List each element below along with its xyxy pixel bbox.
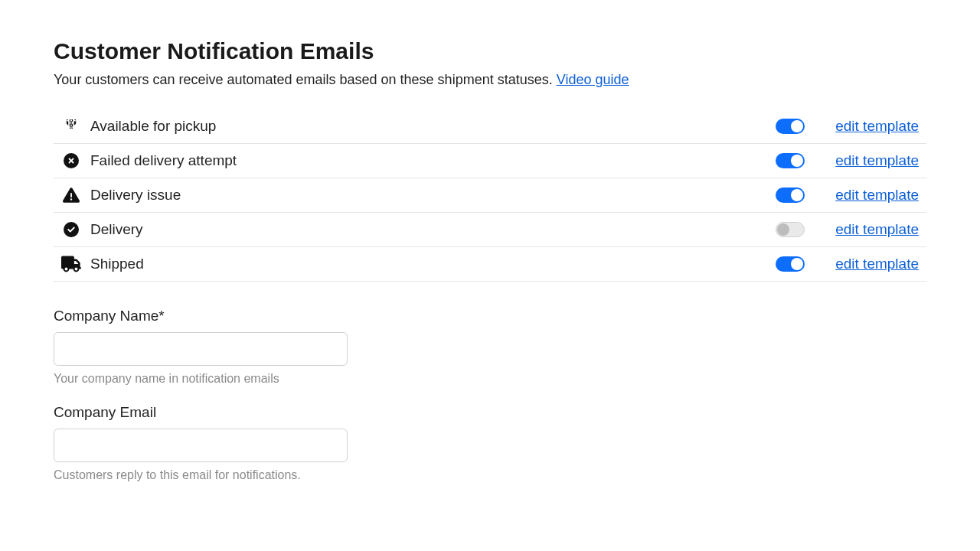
row-delivery-issue: Delivery issue edit template (54, 178, 926, 212)
company-email-help: Customers reply to this email for notifi… (54, 468, 348, 482)
circle-check-icon (61, 220, 81, 240)
page-subtitle: Your customers can receive automated ema… (54, 72, 926, 88)
circle-x-icon (61, 151, 81, 171)
toggle-delivery[interactable] (776, 222, 805, 237)
edit-template-link[interactable]: edit template (835, 118, 919, 135)
triangle-exclamation-icon (61, 185, 81, 205)
row-label: Failed delivery attempt (90, 152, 776, 169)
row-delivery: Delivery edit template (54, 212, 926, 246)
company-email-input[interactable] (54, 429, 348, 462)
toggle-delivery-issue[interactable] (776, 187, 805, 203)
notification-rows: Available for pickup edit template Faile… (54, 109, 926, 282)
row-label: Shipped (90, 256, 776, 272)
row-label: Available for pickup (90, 118, 776, 135)
row-label: Delivery issue (90, 187, 776, 204)
company-name-input[interactable] (54, 332, 348, 366)
toggle-available-for-pickup[interactable] (776, 119, 805, 134)
truck-icon (61, 254, 81, 274)
company-name-help: Your company name in notification emails (54, 372, 348, 386)
company-email-field-group: Company Email Customers reply to this em… (54, 404, 348, 482)
hands-icon (61, 116, 81, 136)
video-guide-link[interactable]: Video guide (557, 72, 629, 87)
company-name-field-group: Company Name* Your company name in notif… (54, 308, 348, 386)
notification-emails-page: Customer Notification Emails Your custom… (0, 0, 980, 531)
edit-template-link[interactable]: edit template (835, 152, 919, 169)
toggle-failed-delivery-attempt[interactable] (776, 153, 805, 168)
company-name-label: Company Name* (54, 308, 348, 324)
edit-template-link[interactable]: edit template (835, 187, 919, 204)
edit-template-link[interactable]: edit template (835, 256, 919, 272)
toggle-shipped[interactable] (776, 256, 805, 272)
row-label: Delivery (90, 221, 776, 238)
row-failed-delivery-attempt: Failed delivery attempt edit template (54, 143, 926, 178)
page-title: Customer Notification Emails (54, 38, 926, 64)
row-available-for-pickup: Available for pickup edit template (54, 109, 926, 143)
subtitle-text: Your customers can receive automated ema… (54, 72, 557, 87)
form-section: Company Name* Your company name in notif… (54, 308, 926, 482)
company-email-label: Company Email (54, 404, 348, 421)
row-shipped: Shipped edit template (54, 246, 926, 281)
edit-template-link[interactable]: edit template (835, 221, 919, 238)
